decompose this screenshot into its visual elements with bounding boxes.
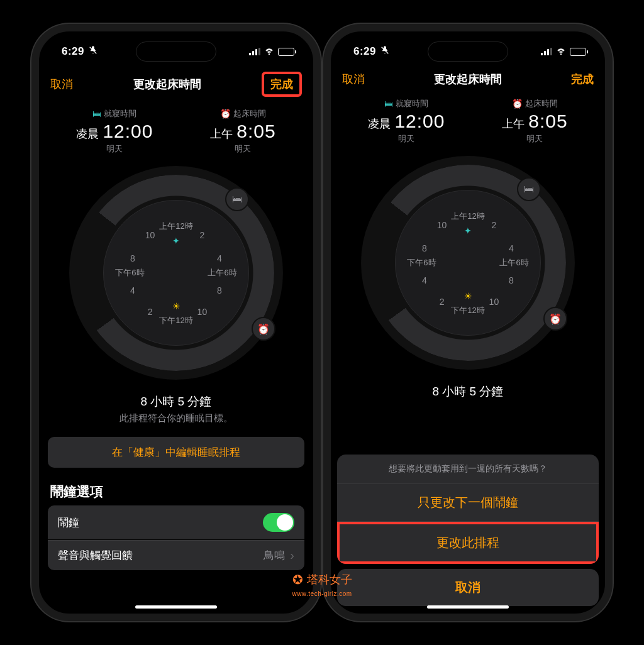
status-time: 6:29: [62, 45, 84, 58]
duration-summary: 8 小時 5 分鐘: [340, 376, 596, 402]
change-next-alarm-button[interactable]: 只更改下一個鬧鐘: [337, 484, 599, 522]
sheet-cancel-button[interactable]: 取消: [337, 569, 599, 606]
done-button[interactable]: 完成: [571, 72, 594, 87]
wifi-icon: [264, 45, 274, 58]
watermark-url: www.tech-girlz.com: [292, 590, 352, 597]
wake-label: 起床時間: [233, 108, 266, 119]
duration-note: 此排程符合你的睡眠目標。: [48, 412, 304, 424]
sound-label: 聲音與觸覺回饋: [58, 548, 133, 563]
bedtime-handle[interactable]: 🛏: [225, 187, 249, 211]
bedtime-value: 12:00: [103, 121, 153, 142]
bedtime-handle: 🛏: [517, 177, 541, 201]
signal-icon: [541, 48, 552, 55]
duration-value: 8 小時 5 分鐘: [48, 394, 304, 410]
bed-icon: 🛏: [92, 109, 101, 119]
action-sheet: 想要將此更動套用到一週的所有天數嗎？ 只更改下一個鬧鐘 更改此排程 取消: [337, 455, 599, 606]
cancel-button[interactable]: 取消: [50, 77, 73, 92]
alarm-options-header: 鬧鐘選項: [48, 482, 304, 505]
change-schedule-button[interactable]: 更改此排程: [337, 522, 599, 564]
nav-bar: 取消 更改起床時間 完成: [39, 65, 313, 106]
sleep-ring: 🛏 ⏰ 上午12時 ✦ 2 4 上午6時 8 10 ☀ 下午12時 2 4 下午…: [361, 156, 575, 370]
wake-sub: 明天: [210, 143, 275, 155]
power-button: [611, 220, 613, 277]
watermark-icon: ✪: [292, 572, 303, 587]
nav-title: 更改起床時間: [434, 72, 502, 87]
alarm-toggle[interactable]: [263, 513, 294, 532]
sparkle-icon: ✦: [172, 236, 180, 246]
edit-in-health-button[interactable]: 在「健康」中編輯睡眠排程: [48, 437, 304, 468]
alarm-clock-icon: ⏰: [512, 99, 523, 109]
bedtime-block: 🛏就寢時間 凌晨12:00 明天: [76, 108, 153, 155]
bedtime-sub: 明天: [76, 143, 153, 155]
duration-summary: 8 小時 5 分鐘 此排程符合你的睡眠目標。: [48, 386, 304, 427]
chevron-right-icon: ›: [290, 548, 294, 563]
nav-bar: 取消 更改起床時間 完成: [331, 65, 605, 96]
dynamic-island: [428, 41, 508, 62]
bedtime-label: 就寢時間: [104, 108, 136, 119]
volume-down: [323, 254, 325, 292]
alarm-toggle-label: 鬧鐘: [58, 515, 79, 530]
dynamic-island: [136, 41, 216, 62]
mute-icon: [380, 45, 390, 58]
alarm-toggle-row[interactable]: 鬧鐘: [48, 505, 304, 539]
wake-block: ⏰起床時間 上午8:05 明天: [210, 108, 275, 155]
clock-dial: 上午12時 ✦ 2 4 上午6時 8 10 ☀ 下午12時 2 4 下午6時 8…: [103, 200, 249, 346]
phone-frame-right: 6:29 取消 更改起床時間 完成 🛏就寢時間 凌晨12:00 明天 ⏰起床時間…: [323, 24, 613, 621]
phone-frame-left: 6:29 取消 更改起床時間 完成 🛏就寢時間 凌晨12:00 明天 ⏰起床時間…: [31, 24, 321, 621]
signal-icon: [249, 48, 260, 55]
cancel-button[interactable]: 取消: [342, 72, 365, 87]
watermark: ✪ 塔科女子: [292, 572, 352, 587]
sleep-ring[interactable]: 🛏 ⏰ 上午12時 ✦ 2 4 上午6時 8 10 ☀ 下午12時 2 4 下午…: [69, 166, 283, 380]
wake-value: 8:05: [236, 121, 275, 142]
mute-switch: [323, 170, 325, 191]
volume-up: [323, 207, 325, 245]
wake-handle[interactable]: ⏰: [252, 317, 275, 341]
sound-row[interactable]: 聲音與觸覺回饋 鳥鳴›: [48, 540, 304, 570]
wifi-icon: [556, 45, 566, 58]
sleep-wake-times: 🛏就寢時間 凌晨12:00 明天 ⏰起床時間 上午8:05 明天: [340, 96, 596, 151]
alarm-clock-icon: ⏰: [220, 109, 231, 119]
wake-handle: ⏰: [543, 307, 567, 331]
home-indicator[interactable]: [135, 605, 217, 609]
mute-switch: [31, 170, 33, 191]
nav-title: 更改起床時間: [133, 77, 201, 92]
battery-icon: [570, 48, 586, 56]
power-button: [319, 220, 321, 277]
sheet-title: 想要將此更動套用到一週的所有天數嗎？: [337, 455, 599, 484]
status-time: 6:29: [353, 45, 376, 58]
sleep-wake-times: 🛏就寢時間 凌晨12:00 明天 ⏰起床時間 上午8:05 明天: [48, 106, 304, 161]
home-indicator[interactable]: [427, 605, 509, 609]
sound-value: 鳥鳴: [264, 548, 285, 563]
volume-up: [31, 207, 33, 245]
mute-icon: [88, 45, 98, 58]
volume-down: [31, 254, 33, 292]
done-button[interactable]: 完成: [262, 72, 302, 97]
bed-icon: 🛏: [384, 99, 393, 109]
watermark-text: 塔科女子: [307, 572, 352, 587]
battery-icon: [278, 48, 294, 56]
sun-icon: ☀: [172, 301, 180, 311]
